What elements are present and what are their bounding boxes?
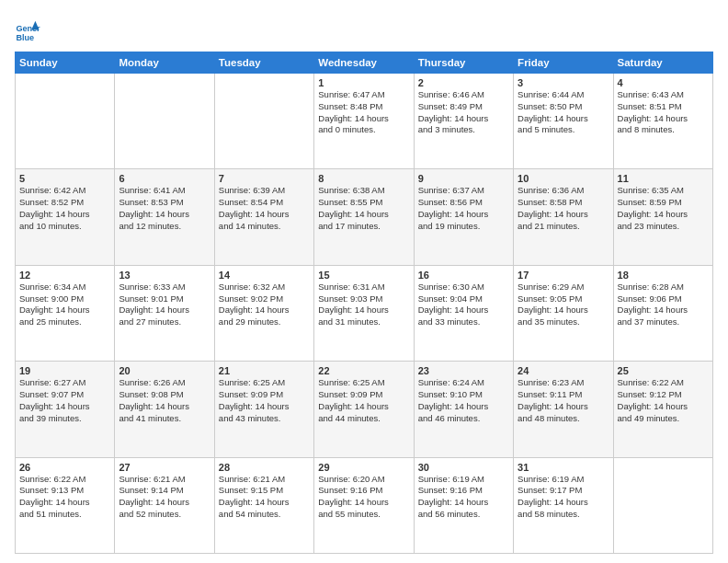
logo-icon: General Blue — [15, 18, 40, 44]
day-number: 14 — [219, 270, 310, 281]
week-row-5: 26Sunrise: 6:22 AMSunset: 9:13 PMDayligh… — [16, 457, 713, 553]
day-header-wednesday: Wednesday — [314, 52, 414, 74]
day-info: Sunrise: 6:19 AMSunset: 9:17 PMDaylight:… — [518, 474, 609, 521]
day-header-saturday: Saturday — [613, 52, 712, 74]
calendar-cell: 18Sunrise: 6:28 AMSunset: 9:06 PMDayligh… — [613, 265, 712, 361]
day-header-tuesday: Tuesday — [214, 52, 313, 74]
day-number: 19 — [19, 365, 110, 376]
day-info: Sunrise: 6:23 AMSunset: 9:11 PMDaylight:… — [518, 377, 609, 424]
calendar-header-row: SundayMondayTuesdayWednesdayThursdayFrid… — [16, 52, 713, 74]
day-number: 21 — [219, 365, 310, 376]
day-info: Sunrise: 6:43 AMSunset: 8:51 PMDaylight:… — [618, 89, 709, 136]
calendar-table: SundayMondayTuesdayWednesdayThursdayFrid… — [15, 52, 713, 554]
day-number: 12 — [19, 270, 110, 281]
calendar-cell: 22Sunrise: 6:25 AMSunset: 9:09 PMDayligh… — [314, 362, 414, 457]
day-number: 8 — [318, 173, 409, 184]
day-info: Sunrise: 6:34 AMSunset: 9:00 PMDaylight:… — [19, 282, 110, 328]
week-row-2: 5Sunrise: 6:42 AMSunset: 8:52 PMDaylight… — [16, 169, 713, 265]
day-info: Sunrise: 6:21 AMSunset: 9:15 PMDaylight:… — [219, 474, 310, 521]
calendar-cell: 16Sunrise: 6:30 AMSunset: 9:04 PMDayligh… — [414, 265, 513, 361]
day-number: 16 — [418, 270, 509, 281]
calendar-cell: 30Sunrise: 6:19 AMSunset: 9:16 PMDayligh… — [414, 457, 513, 553]
calendar-cell — [16, 74, 115, 169]
calendar-cell: 26Sunrise: 6:22 AMSunset: 9:13 PMDayligh… — [16, 457, 115, 553]
day-info: Sunrise: 6:39 AMSunset: 8:54 PMDaylight:… — [219, 185, 310, 232]
day-header-sunday: Sunday — [16, 52, 115, 74]
day-info: Sunrise: 6:25 AMSunset: 9:09 PMDaylight:… — [219, 377, 310, 424]
day-number: 28 — [219, 462, 310, 473]
day-number: 22 — [318, 365, 409, 376]
day-info: Sunrise: 6:38 AMSunset: 8:55 PMDaylight:… — [318, 185, 409, 232]
header: General Blue — [15, 15, 713, 44]
calendar-cell: 21Sunrise: 6:25 AMSunset: 9:09 PMDayligh… — [214, 362, 313, 457]
day-info: Sunrise: 6:22 AMSunset: 9:13 PMDaylight:… — [19, 474, 110, 521]
week-row-3: 12Sunrise: 6:34 AMSunset: 9:00 PMDayligh… — [16, 265, 713, 361]
calendar-cell — [214, 74, 313, 169]
day-info: Sunrise: 6:30 AMSunset: 9:04 PMDaylight:… — [418, 282, 509, 328]
calendar-cell: 23Sunrise: 6:24 AMSunset: 9:10 PMDayligh… — [414, 362, 513, 457]
day-info: Sunrise: 6:42 AMSunset: 8:52 PMDaylight:… — [19, 185, 110, 232]
day-info: Sunrise: 6:44 AMSunset: 8:50 PMDaylight:… — [518, 89, 609, 136]
calendar-cell: 6Sunrise: 6:41 AMSunset: 8:53 PMDaylight… — [115, 169, 214, 265]
calendar-cell: 10Sunrise: 6:36 AMSunset: 8:58 PMDayligh… — [514, 169, 613, 265]
day-number: 24 — [518, 365, 609, 376]
day-info: Sunrise: 6:26 AMSunset: 9:08 PMDaylight:… — [119, 377, 210, 424]
day-number: 27 — [119, 462, 210, 473]
day-header-monday: Monday — [115, 52, 214, 74]
day-number: 9 — [418, 173, 509, 184]
calendar-body: 1Sunrise: 6:47 AMSunset: 8:48 PMDaylight… — [16, 74, 713, 554]
day-number: 23 — [418, 365, 509, 376]
day-info: Sunrise: 6:27 AMSunset: 9:07 PMDaylight:… — [19, 377, 110, 424]
day-number: 31 — [518, 462, 609, 473]
day-number: 11 — [618, 173, 709, 184]
day-number: 3 — [518, 77, 609, 88]
day-header-thursday: Thursday — [414, 52, 513, 74]
calendar-cell — [115, 74, 214, 169]
calendar-cell: 12Sunrise: 6:34 AMSunset: 9:00 PMDayligh… — [16, 265, 115, 361]
calendar-cell: 29Sunrise: 6:20 AMSunset: 9:16 PMDayligh… — [314, 457, 414, 553]
day-number: 7 — [219, 173, 310, 184]
calendar-cell: 14Sunrise: 6:32 AMSunset: 9:02 PMDayligh… — [214, 265, 313, 361]
calendar-cell — [613, 457, 712, 553]
day-number: 25 — [618, 365, 709, 376]
calendar-cell: 7Sunrise: 6:39 AMSunset: 8:54 PMDaylight… — [214, 169, 313, 265]
day-info: Sunrise: 6:35 AMSunset: 8:59 PMDaylight:… — [618, 185, 709, 232]
week-row-1: 1Sunrise: 6:47 AMSunset: 8:48 PMDaylight… — [16, 74, 713, 169]
day-info: Sunrise: 6:47 AMSunset: 8:48 PMDaylight:… — [318, 89, 409, 136]
day-number: 10 — [518, 173, 609, 184]
calendar-cell: 1Sunrise: 6:47 AMSunset: 8:48 PMDaylight… — [314, 74, 414, 169]
day-info: Sunrise: 6:25 AMSunset: 9:09 PMDaylight:… — [318, 377, 409, 424]
calendar-cell: 25Sunrise: 6:22 AMSunset: 9:12 PMDayligh… — [613, 362, 712, 457]
day-number: 1 — [318, 77, 409, 88]
calendar-cell: 4Sunrise: 6:43 AMSunset: 8:51 PMDaylight… — [613, 74, 712, 169]
day-info: Sunrise: 6:19 AMSunset: 9:16 PMDaylight:… — [418, 474, 509, 521]
day-header-friday: Friday — [514, 52, 613, 74]
day-info: Sunrise: 6:37 AMSunset: 8:56 PMDaylight:… — [418, 185, 509, 232]
day-info: Sunrise: 6:31 AMSunset: 9:03 PMDaylight:… — [318, 282, 409, 328]
day-info: Sunrise: 6:32 AMSunset: 9:02 PMDaylight:… — [219, 282, 310, 328]
day-number: 26 — [19, 462, 110, 473]
day-number: 5 — [19, 173, 110, 184]
calendar-cell: 19Sunrise: 6:27 AMSunset: 9:07 PMDayligh… — [16, 362, 115, 457]
day-info: Sunrise: 6:20 AMSunset: 9:16 PMDaylight:… — [318, 474, 409, 521]
day-info: Sunrise: 6:24 AMSunset: 9:10 PMDaylight:… — [418, 377, 509, 424]
calendar-cell: 3Sunrise: 6:44 AMSunset: 8:50 PMDaylight… — [514, 74, 613, 169]
week-row-4: 19Sunrise: 6:27 AMSunset: 9:07 PMDayligh… — [16, 362, 713, 457]
day-number: 4 — [618, 77, 709, 88]
day-info: Sunrise: 6:21 AMSunset: 9:14 PMDaylight:… — [119, 474, 210, 521]
day-number: 18 — [618, 270, 709, 281]
svg-text:Blue: Blue — [16, 33, 34, 42]
day-number: 17 — [518, 270, 609, 281]
calendar-cell: 31Sunrise: 6:19 AMSunset: 9:17 PMDayligh… — [514, 457, 613, 553]
day-info: Sunrise: 6:33 AMSunset: 9:01 PMDaylight:… — [119, 282, 210, 328]
day-number: 30 — [418, 462, 509, 473]
day-number: 15 — [318, 270, 409, 281]
day-number: 2 — [418, 77, 509, 88]
day-info: Sunrise: 6:22 AMSunset: 9:12 PMDaylight:… — [618, 377, 709, 424]
logo: General Blue — [15, 18, 44, 44]
day-number: 29 — [318, 462, 409, 473]
day-info: Sunrise: 6:46 AMSunset: 8:49 PMDaylight:… — [418, 89, 509, 136]
day-info: Sunrise: 6:36 AMSunset: 8:58 PMDaylight:… — [518, 185, 609, 232]
calendar-cell: 11Sunrise: 6:35 AMSunset: 8:59 PMDayligh… — [613, 169, 712, 265]
calendar-cell: 28Sunrise: 6:21 AMSunset: 9:15 PMDayligh… — [214, 457, 313, 553]
